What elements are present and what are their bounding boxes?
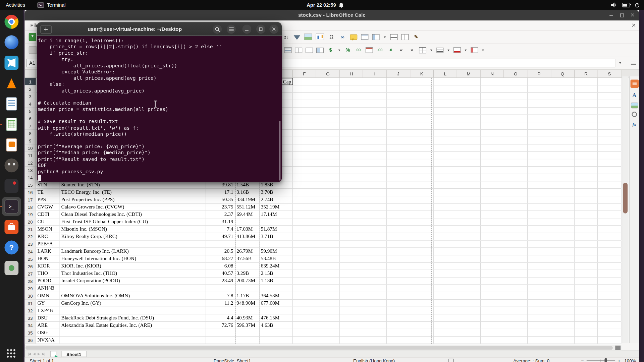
cell-price[interactable]: 7.8	[205, 292, 235, 299]
cell-value-e[interactable]: 59.90M	[260, 248, 293, 255]
border-style-dropdown-icon[interactable]: ▾	[447, 46, 450, 54]
sidebar-toggle-icon[interactable]	[631, 61, 636, 65]
border-color-icon[interactable]	[453, 47, 461, 53]
sheet-row[interactable]: 33 DSU BlackRock Debt Strategies Fund, I…	[24, 314, 621, 322]
cell-value-e[interactable]: 364.53M	[260, 292, 293, 299]
sheet-row[interactable]: 35 OSG	[24, 329, 621, 337]
zoom-out-button[interactable]: −	[581, 358, 584, 362]
page-style[interactable]: PageStyle_Sheet1	[214, 358, 251, 362]
freeze-panes-icon[interactable]	[372, 34, 379, 40]
cell-name[interactable]: Alexandria Real Estate Equities, Inc. (A…	[60, 322, 205, 329]
cells-empty[interactable]	[293, 270, 622, 277]
row-header[interactable]: 15	[24, 181, 36, 188]
sheet-row[interactable]: 34 ARE Alexandria Real Estate Equities, …	[24, 322, 621, 329]
cell-value-e[interactable]: 3.70B	[260, 189, 293, 196]
cells-empty[interactable]	[293, 115, 622, 122]
cells-empty[interactable]	[293, 233, 622, 240]
column-header[interactable]: H	[340, 70, 363, 77]
cell-price[interactable]	[205, 307, 235, 314]
cell-value-e[interactable]	[260, 241, 293, 248]
row-header[interactable]: 22	[24, 233, 36, 240]
search-button[interactable]	[213, 24, 222, 34]
terminal-close-button[interactable]	[269, 24, 278, 34]
column-header[interactable]: I	[363, 70, 387, 77]
cell-name[interactable]: GenCorp Inc. (GY)	[60, 300, 205, 307]
split-window-icon[interactable]	[390, 34, 397, 40]
cells-empty[interactable]	[293, 314, 622, 321]
cell-value-d[interactable]: 3.16B	[235, 189, 260, 196]
date-format-icon[interactable]	[366, 47, 373, 53]
cells-empty[interactable]	[293, 226, 622, 233]
cell-price[interactable]: 20.5	[205, 248, 235, 255]
cells-empty[interactable]	[293, 108, 622, 115]
cell-ticker[interactable]: ANH^B	[36, 285, 60, 292]
cell-price[interactable]: 11.2	[205, 300, 235, 307]
row-header[interactable]: 17	[24, 196, 36, 203]
save-icon[interactable]	[29, 33, 36, 41]
row-header[interactable]: 31	[24, 300, 36, 307]
horizontal-scrollbar[interactable]	[24, 345, 621, 351]
cell-value-d[interactable]: 17.03M	[235, 226, 260, 233]
cell-value-e[interactable]: 51.87M	[260, 226, 293, 233]
cell-value-d[interactable]: 1.54B	[235, 181, 260, 188]
sheet-tab[interactable]: Sheet1	[61, 351, 87, 357]
cell-name[interactable]: BlackRock Debt Strategies Fund, Inc. (DS…	[60, 314, 205, 321]
terminal-scrollbar[interactable]	[279, 121, 281, 181]
cells-empty[interactable]	[293, 203, 622, 210]
terminal-title-bar[interactable]: user@user-virtual-machine: ~/Desktop	[37, 22, 282, 36]
column-header[interactable]: R	[575, 70, 598, 77]
row-header[interactable]: 14	[24, 174, 36, 181]
cells-empty[interactable]	[293, 211, 622, 218]
properties-icon[interactable]	[630, 80, 638, 88]
cell-price[interactable]	[205, 337, 235, 344]
row-header[interactable]: 30	[24, 292, 36, 299]
sheet-row[interactable]: 15 STN Stantec Inc. (STN) 39.81 1.54B 1.…	[24, 181, 621, 189]
cell-price[interactable]: 31.19	[205, 218, 235, 225]
settings-icon[interactable]	[2, 258, 21, 277]
cell-ticker[interactable]: OSG	[36, 329, 60, 336]
cell-value-e[interactable]	[260, 218, 293, 225]
cell-name[interactable]: First Trust ISE Global Copper Index (CU)	[60, 218, 205, 225]
column-header[interactable]: O	[504, 70, 528, 77]
unmerge-cells-icon[interactable]	[316, 47, 324, 53]
cells-empty[interactable]	[293, 263, 622, 270]
cell-price[interactable]	[205, 329, 235, 336]
cell-ticker[interactable]: TE	[36, 189, 60, 196]
cells-empty[interactable]	[293, 241, 622, 248]
border-style-icon[interactable]	[436, 48, 443, 53]
row-header[interactable]: 35	[24, 329, 36, 336]
row-header[interactable]: 13	[24, 167, 36, 174]
cell-value-e[interactable]	[260, 329, 293, 336]
cells-empty[interactable]	[293, 159, 622, 166]
terminal-icon[interactable]: >_	[2, 197, 21, 216]
cell-ticker[interactable]: CDTI	[36, 211, 60, 218]
row-header[interactable]: 1	[24, 78, 36, 85]
cell-value-e[interactable]: 476.15M	[260, 314, 293, 321]
cell-ticker[interactable]: THO	[36, 270, 60, 277]
sheet-row[interactable]: 19 CDTI Clean Diesel Technologies Inc. (…	[24, 211, 621, 218]
column-header[interactable]: J	[387, 70, 410, 77]
sort-descending-icon[interactable]: z↓	[282, 33, 290, 41]
sheet-row[interactable]: 30 OMN OMNOVA Solutions Inc. (OMN) 7.8 1…	[24, 292, 621, 300]
cells-empty[interactable]	[293, 300, 622, 307]
decrease-indent-icon[interactable]: «	[397, 46, 405, 54]
close-document-icon[interactable]	[631, 22, 637, 28]
column-header[interactable]: Q	[551, 70, 575, 77]
row-header[interactable]: 3	[24, 93, 36, 100]
select-all-corner[interactable]	[24, 70, 36, 77]
cell-value-d[interactable]: 948.90M	[235, 300, 260, 307]
borders-dropdown-icon[interactable]: ▾	[430, 46, 433, 54]
row-header[interactable]: 20	[24, 218, 36, 225]
hyperlink-icon[interactable]: ∞	[339, 33, 346, 41]
cells-empty[interactable]	[293, 152, 622, 159]
language-status[interactable]: English (Hong Kong)	[353, 358, 395, 362]
cell-value-d[interactable]: 69.44M	[235, 211, 260, 218]
terminal-minimize-button[interactable]	[242, 24, 251, 34]
cell-value-d[interactable]: 413.86M	[235, 233, 260, 240]
cells-empty[interactable]	[293, 174, 622, 181]
cell-ticker[interactable]: PPS	[36, 196, 60, 203]
cell-name[interactable]: Honeywell International Inc. (HON)	[60, 255, 205, 262]
cell-name[interactable]: Landmark Bancorp Inc. (LARK)	[60, 248, 205, 255]
row-header[interactable]: 2	[24, 85, 36, 93]
gimp-icon[interactable]	[2, 156, 21, 175]
